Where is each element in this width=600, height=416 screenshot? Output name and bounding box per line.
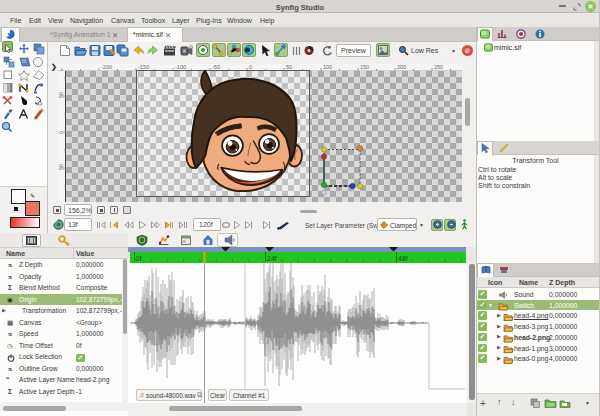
- svg-text:250: 250: [434, 64, 443, 70]
- svg-text:48f: 48f: [398, 255, 408, 262]
- svg-text:0f: 0f: [136, 255, 142, 262]
- svg-text:150: 150: [360, 64, 369, 70]
- svg-text:200: 200: [397, 64, 406, 70]
- svg-text:50: 50: [58, 164, 64, 170]
- svg-text:100: 100: [323, 64, 332, 70]
- svg-text:0: 0: [58, 131, 64, 134]
- svg-text:-150: -150: [138, 64, 149, 70]
- svg-text:50: 50: [58, 92, 64, 98]
- svg-text:-200: -200: [101, 64, 112, 70]
- svg-text:24f: 24f: [267, 255, 277, 262]
